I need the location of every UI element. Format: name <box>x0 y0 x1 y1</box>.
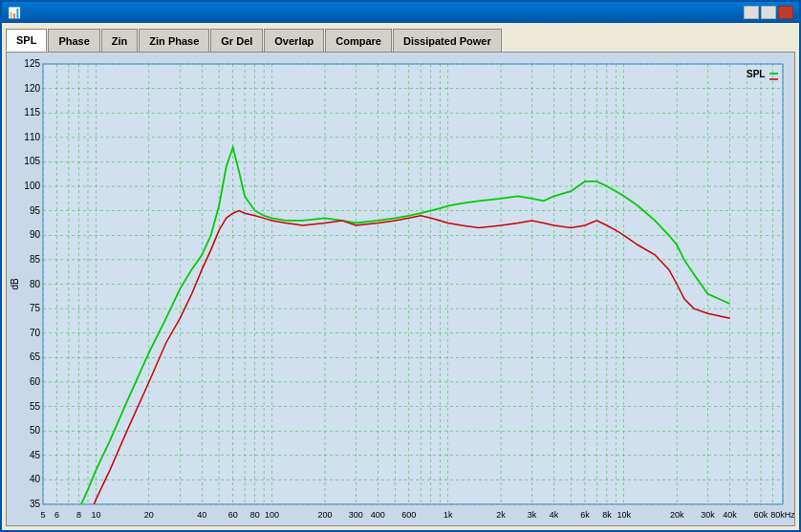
title-bar: 📊 <box>2 2 799 23</box>
tab-spl[interactable]: SPL <box>6 29 47 52</box>
close-button[interactable] <box>778 6 793 19</box>
window-icon: 📊 <box>8 7 21 19</box>
maximize-button[interactable] <box>761 6 776 19</box>
chart-container <box>6 52 795 526</box>
minimize-button[interactable] <box>744 6 759 19</box>
tab-dissipated-power[interactable]: Dissipated Power <box>393 29 502 52</box>
tabs-bar: SPLPhaseZinZin PhaseGr DelOverlapCompare… <box>2 23 799 52</box>
tab-zin-phase[interactable]: Zin Phase <box>139 29 209 52</box>
tab-overlap[interactable]: Overlap <box>264 29 324 52</box>
tab-compare[interactable]: Compare <box>325 29 392 52</box>
frequency-chart <box>7 53 794 525</box>
title-bar-left: 📊 <box>8 7 25 19</box>
tab-phase[interactable]: Phase <box>48 29 99 52</box>
main-window: 📊 SPLPhaseZinZin PhaseGr DelOverlapCompa… <box>0 0 801 532</box>
title-bar-controls <box>744 6 793 19</box>
tab-zin[interactable]: Zin <box>101 29 139 52</box>
tab-gr-del[interactable]: Gr Del <box>210 29 263 52</box>
